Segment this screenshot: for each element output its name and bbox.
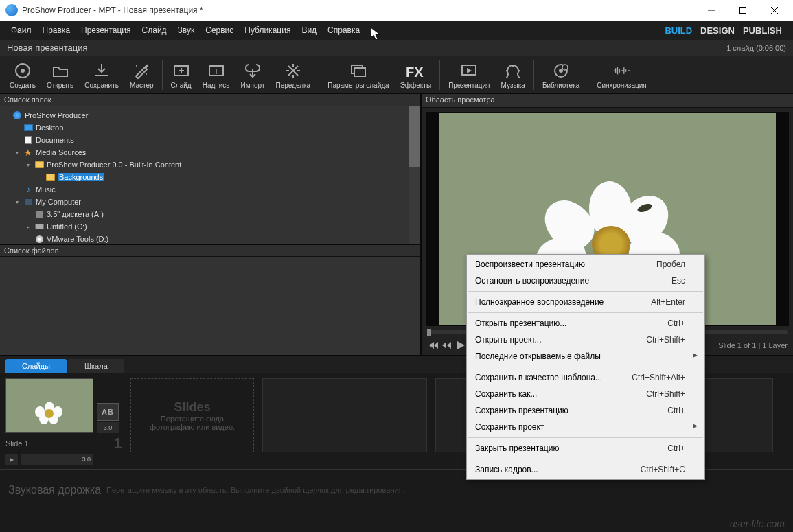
toolbar-import-button[interactable]: Импорт	[235, 60, 271, 91]
toolbar-wizard-button[interactable]: Мастер	[124, 60, 159, 91]
floppy-icon	[34, 209, 44, 219]
ctx-item[interactable]: Запись кадров...Ctrl+Shift+C	[467, 461, 704, 478]
ctx-item[interactable]: Остановить воспроизведениеEsc	[467, 273, 704, 289]
left-pane: Список папок ProShow ProducerDesktopDocu…	[0, 94, 422, 355]
tree-item[interactable]: 3.5" дискета (A:)	[0, 208, 420, 220]
slides-drop-hint[interactable]: Slides Перетащите сюда фотографию или ви…	[130, 378, 254, 452]
ctx-item[interactable]: Сохранить как...Ctrl+Shift+	[467, 386, 704, 402]
tab-слайды[interactable]: Слайды	[5, 359, 67, 373]
empty-slot[interactable]	[262, 378, 427, 452]
first-button[interactable]	[427, 340, 438, 350]
slide-thumbnail[interactable]: AB 3.0 Slide 1 1 ▶ 3.0	[5, 378, 122, 463]
context-menu[interactable]: Воспроизвести презентациюПробелОстановит…	[466, 254, 705, 480]
prev-button[interactable]	[442, 340, 452, 350]
close-button[interactable]	[759, 0, 790, 21]
ctx-item[interactable]: Воспроизвести презентациюПробел	[467, 256, 704, 273]
ctx-item[interactable]: Закрыть презентациюCtrl+	[467, 440, 704, 456]
tree-scrollbar[interactable]	[409, 106, 420, 244]
ctx-item[interactable]: Сохранить в качестве шаблона...Ctrl+Shif…	[467, 369, 704, 386]
svg-point-16	[559, 69, 563, 73]
show-icon	[459, 61, 479, 80]
music-icon	[503, 61, 522, 80]
ctx-item[interactable]: Сохранить презентациюCtrl+	[467, 402, 704, 419]
menu-презентация[interactable]: Презентация	[76, 23, 137, 38]
titlebar: ProShow Producer - MPT - Новая презентац…	[0, 0, 793, 21]
menu-правка[interactable]: Правка	[37, 23, 76, 38]
tab-шкала[interactable]: Шкала	[68, 359, 124, 373]
library-icon	[551, 61, 571, 80]
slide-name: Slide 1	[5, 439, 111, 448]
toolbar-sync-button[interactable]: Синхронизация	[591, 60, 652, 91]
menu-слайд[interactable]: Слайд	[137, 23, 172, 38]
toolbar-create-button[interactable]: Создать	[4, 60, 41, 91]
tree-item[interactable]: ♪Music	[0, 183, 420, 196]
menu-звук[interactable]: Звук	[172, 23, 200, 38]
expand-icon[interactable]: ▾	[14, 199, 21, 205]
menu-публикация[interactable]: Публикация	[239, 23, 296, 38]
tree-item[interactable]: Desktop	[0, 122, 420, 134]
mode-build[interactable]: BUILD	[665, 25, 692, 36]
preview-header: Область просмотра	[422, 94, 793, 108]
caption-icon: T	[207, 61, 226, 80]
tree-item[interactable]: Documents	[0, 134, 420, 146]
computer-icon	[23, 197, 33, 207]
desktop-icon	[23, 123, 33, 132]
preview-info: Slide 1 of 1 | 1 Layer	[718, 341, 788, 349]
slide-play-button[interactable]: ▶	[5, 454, 18, 465]
tree-item[interactable]: ▾My Computer	[0, 196, 420, 208]
soundtrack-title: Звуковая дорожка	[8, 484, 101, 496]
remix-icon	[284, 61, 303, 80]
file-list[interactable]	[0, 257, 420, 355]
toolbar-save-button[interactable]: Сохранить	[79, 60, 124, 91]
transition-time[interactable]: 3.0	[97, 422, 119, 433]
mode-design[interactable]: DESIGN	[700, 25, 735, 36]
menubar: ФайлПравкаПрезентацияСлайдЗвукСервисПубл…	[0, 21, 793, 40]
ctx-item[interactable]: Открыть презентацию...Ctrl+	[467, 315, 704, 332]
expand-icon[interactable]: ▾	[25, 162, 32, 168]
drive-icon	[34, 222, 44, 231]
expand-icon[interactable]: ▾	[14, 150, 21, 156]
expand-icon[interactable]: ▸	[25, 224, 32, 230]
toolbar-caption-button[interactable]: TНадпись	[197, 60, 235, 91]
maximize-button[interactable]	[727, 0, 759, 21]
svg-point-17	[562, 65, 568, 70]
toolbar-music-button[interactable]: Музыка	[496, 60, 531, 91]
toolbar-fx-button[interactable]: FXЭффекты	[395, 60, 437, 91]
import-icon	[243, 61, 262, 80]
tree-item[interactable]: ProShow Producer	[0, 109, 420, 122]
tree-item[interactable]: ▾★Media Sources	[0, 146, 420, 159]
ctx-item[interactable]: Открыть проект...Ctrl+Shift+	[467, 332, 704, 348]
menu-справка[interactable]: Справка	[322, 23, 365, 38]
ctx-item[interactable]: Сохранить проект▶	[467, 419, 704, 435]
folders-header: Список папок	[0, 94, 420, 106]
presentation-title: Новая презентация	[7, 43, 87, 53]
toolbar-open-button[interactable]: Открыть	[41, 60, 79, 91]
slide-thumb-image[interactable]	[5, 378, 93, 433]
tree-item[interactable]: Backgrounds	[0, 171, 420, 183]
tree-scrollbar-thumb[interactable]	[409, 106, 420, 167]
tree-item[interactable]: VMware Tools (D:)	[0, 233, 420, 244]
menu-вид[interactable]: Вид	[296, 23, 322, 38]
window-title: ProShow Producer - MPT - Новая презентац…	[22, 5, 696, 15]
toolbar-show-button[interactable]: Презентация	[443, 60, 495, 91]
menu-сервис[interactable]: Сервис	[200, 23, 239, 38]
toolbar-library-button[interactable]: Библиотека	[537, 60, 585, 91]
ctx-item[interactable]: Последние открываемые файлы▶	[467, 348, 704, 365]
tree-item[interactable]: ▸Untitled (C:)	[0, 220, 420, 233]
slide-duration[interactable]: 3.0	[21, 454, 93, 465]
ctx-item[interactable]: Полноэкранное воспроизведениеAlt+Enter	[467, 294, 704, 310]
preview-slider-thumb[interactable]	[427, 329, 431, 336]
doc-icon	[23, 135, 33, 145]
toolbar-slide-button[interactable]: Слайд	[165, 60, 197, 91]
folder-tree[interactable]: ProShow ProducerDesktopDocuments▾★Media …	[0, 106, 420, 244]
tree-item[interactable]: ▾ProShow Producer 9.0 - Built-In Content	[0, 159, 420, 171]
toolbar-remix-button[interactable]: Переделка	[270, 60, 316, 91]
toolbar-slideopts-button[interactable]: Параметры слайда	[322, 60, 394, 91]
play-button[interactable]	[456, 340, 466, 350]
transition-button[interactable]: AB	[97, 403, 119, 421]
menu-файл[interactable]: Файл	[5, 23, 37, 38]
star-icon: ★	[23, 148, 33, 157]
mode-publish[interactable]: PUBLISH	[743, 25, 782, 36]
minimize-button[interactable]	[696, 0, 727, 21]
submenu-arrow-icon: ▶	[693, 422, 698, 429]
